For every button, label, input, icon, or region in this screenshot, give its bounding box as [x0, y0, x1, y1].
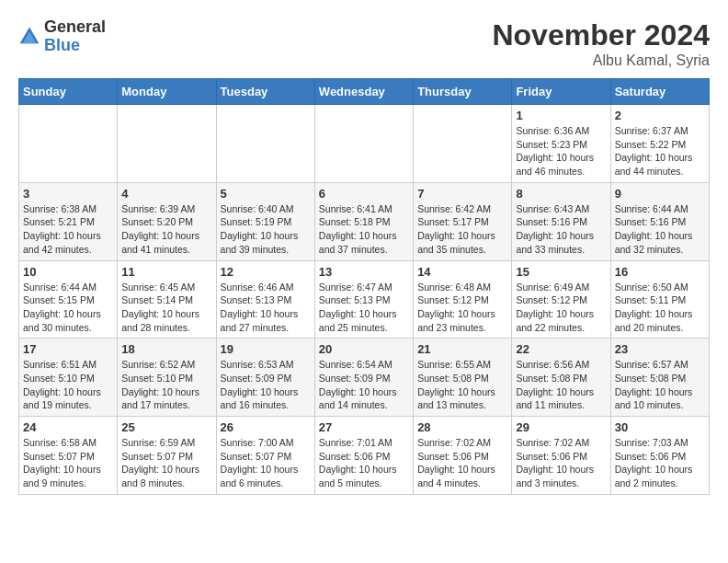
day-number: 6: [319, 187, 409, 201]
day-info: Sunrise: 6:47 AMSunset: 5:13 PMDaylight:…: [319, 281, 409, 335]
day-info: Sunrise: 6:52 AMSunset: 5:10 PMDaylight:…: [121, 358, 211, 412]
header-wednesday: Wednesday: [314, 79, 413, 105]
day-cell-3-6: 23Sunrise: 6:57 AMSunset: 5:08 PMDayligh…: [610, 339, 709, 417]
day-cell-3-2: 19Sunrise: 6:53 AMSunset: 5:09 PMDayligh…: [216, 339, 314, 417]
day-cell-2-6: 16Sunrise: 6:50 AMSunset: 5:11 PMDayligh…: [610, 260, 709, 339]
header: General Blue November 2024 Albu Kamal, S…: [18, 18, 710, 69]
day-cell-2-0: 10Sunrise: 6:44 AMSunset: 5:15 PMDayligh…: [19, 260, 118, 339]
day-number: 21: [417, 342, 507, 356]
day-cell-4-3: 27Sunrise: 7:01 AMSunset: 5:06 PMDayligh…: [314, 417, 413, 495]
day-info: Sunrise: 6:49 AMSunset: 5:12 PMDaylight:…: [516, 281, 606, 335]
day-info: Sunrise: 7:03 AMSunset: 5:06 PMDaylight:…: [615, 436, 705, 490]
day-cell-2-4: 14Sunrise: 6:48 AMSunset: 5:12 PMDayligh…: [414, 260, 512, 339]
header-monday: Monday: [118, 79, 216, 105]
day-number: 16: [615, 265, 705, 279]
logo-general-text: General: [44, 18, 106, 37]
day-number: 11: [121, 265, 211, 279]
day-info: Sunrise: 6:37 AMSunset: 5:22 PMDaylight:…: [615, 124, 705, 178]
month-title: November 2024: [492, 18, 710, 52]
calendar-table: SundayMondayTuesdayWednesdayThursdayFrid…: [18, 78, 710, 495]
day-number: 2: [615, 109, 705, 122]
day-number: 5: [221, 187, 311, 201]
day-cell-3-4: 21Sunrise: 6:55 AMSunset: 5:08 PMDayligh…: [414, 339, 512, 417]
day-number: 27: [319, 420, 409, 434]
week-row-4: 17Sunrise: 6:51 AMSunset: 5:10 PMDayligh…: [19, 339, 710, 417]
day-cell-3-3: 20Sunrise: 6:54 AMSunset: 5:09 PMDayligh…: [314, 339, 413, 417]
day-cell-0-0: [19, 105, 118, 183]
day-info: Sunrise: 6:53 AMSunset: 5:09 PMDaylight:…: [221, 358, 311, 412]
day-cell-2-3: 13Sunrise: 6:47 AMSunset: 5:13 PMDayligh…: [314, 260, 413, 339]
day-cell-3-0: 17Sunrise: 6:51 AMSunset: 5:10 PMDayligh…: [19, 339, 118, 417]
day-info: Sunrise: 6:51 AMSunset: 5:10 PMDaylight:…: [23, 358, 113, 412]
day-cell-4-5: 29Sunrise: 7:02 AMSunset: 5:06 PMDayligh…: [512, 417, 610, 495]
day-number: 13: [319, 265, 409, 279]
day-info: Sunrise: 6:46 AMSunset: 5:13 PMDaylight:…: [221, 281, 311, 335]
day-cell-1-4: 7Sunrise: 6:42 AMSunset: 5:17 PMDaylight…: [414, 182, 512, 260]
day-number: 15: [516, 265, 606, 279]
day-number: 7: [417, 187, 507, 201]
day-number: 12: [221, 265, 311, 279]
day-cell-1-5: 8Sunrise: 6:43 AMSunset: 5:16 PMDaylight…: [512, 182, 610, 260]
day-number: 26: [221, 420, 311, 434]
day-info: Sunrise: 7:02 AMSunset: 5:06 PMDaylight:…: [417, 436, 507, 490]
day-number: 23: [615, 342, 705, 356]
day-number: 28: [417, 420, 507, 434]
day-cell-1-2: 5Sunrise: 6:40 AMSunset: 5:19 PMDaylight…: [216, 182, 314, 260]
day-info: Sunrise: 6:36 AMSunset: 5:23 PMDaylight:…: [516, 124, 606, 178]
day-number: 29: [516, 420, 606, 434]
calendar-body: 1Sunrise: 6:36 AMSunset: 5:23 PMDaylight…: [19, 105, 710, 495]
day-number: 30: [615, 420, 705, 434]
title-area: November 2024 Albu Kamal, Syria: [492, 18, 710, 69]
day-cell-1-3: 6Sunrise: 6:41 AMSunset: 5:18 PMDaylight…: [314, 182, 413, 260]
day-cell-4-6: 30Sunrise: 7:03 AMSunset: 5:06 PMDayligh…: [610, 417, 709, 495]
day-info: Sunrise: 6:58 AMSunset: 5:07 PMDaylight:…: [23, 436, 113, 490]
day-cell-0-6: 2Sunrise: 6:37 AMSunset: 5:22 PMDaylight…: [610, 105, 709, 183]
day-info: Sunrise: 6:56 AMSunset: 5:08 PMDaylight:…: [516, 358, 606, 412]
logo-text: General Blue: [44, 18, 106, 55]
day-cell-2-2: 12Sunrise: 6:46 AMSunset: 5:13 PMDayligh…: [216, 260, 314, 339]
day-info: Sunrise: 6:59 AMSunset: 5:07 PMDaylight:…: [121, 436, 211, 490]
header-thursday: Thursday: [414, 79, 512, 105]
logo-icon: [18, 26, 40, 48]
day-number: 20: [319, 342, 409, 356]
location: Albu Kamal, Syria: [492, 52, 710, 69]
calendar-header: SundayMondayTuesdayWednesdayThursdayFrid…: [19, 79, 710, 105]
header-friday: Friday: [512, 79, 610, 105]
day-number: 25: [121, 420, 211, 434]
day-info: Sunrise: 6:43 AMSunset: 5:16 PMDaylight:…: [516, 202, 606, 257]
header-saturday: Saturday: [610, 79, 709, 105]
day-info: Sunrise: 7:01 AMSunset: 5:06 PMDaylight:…: [319, 436, 409, 490]
day-cell-4-0: 24Sunrise: 6:58 AMSunset: 5:07 PMDayligh…: [19, 417, 118, 495]
day-info: Sunrise: 6:44 AMSunset: 5:16 PMDaylight:…: [615, 202, 705, 257]
day-cell-2-5: 15Sunrise: 6:49 AMSunset: 5:12 PMDayligh…: [512, 260, 610, 339]
day-number: 22: [516, 342, 606, 356]
day-cell-4-4: 28Sunrise: 7:02 AMSunset: 5:06 PMDayligh…: [414, 417, 512, 495]
day-number: 9: [615, 187, 705, 201]
day-info: Sunrise: 6:57 AMSunset: 5:08 PMDaylight:…: [615, 358, 705, 412]
day-number: 24: [23, 420, 113, 434]
day-number: 18: [121, 342, 211, 356]
day-cell-1-1: 4Sunrise: 6:39 AMSunset: 5:20 PMDaylight…: [118, 182, 216, 260]
day-info: Sunrise: 6:55 AMSunset: 5:08 PMDaylight:…: [417, 358, 507, 412]
day-cell-3-5: 22Sunrise: 6:56 AMSunset: 5:08 PMDayligh…: [512, 339, 610, 417]
day-info: Sunrise: 6:39 AMSunset: 5:20 PMDaylight:…: [121, 202, 211, 257]
day-number: 4: [121, 187, 211, 201]
day-cell-4-1: 25Sunrise: 6:59 AMSunset: 5:07 PMDayligh…: [118, 417, 216, 495]
day-cell-4-2: 26Sunrise: 7:00 AMSunset: 5:07 PMDayligh…: [216, 417, 314, 495]
day-number: 1: [516, 109, 606, 122]
week-row-5: 24Sunrise: 6:58 AMSunset: 5:07 PMDayligh…: [19, 417, 710, 495]
day-info: Sunrise: 6:50 AMSunset: 5:11 PMDaylight:…: [615, 281, 705, 335]
day-info: Sunrise: 6:40 AMSunset: 5:19 PMDaylight:…: [221, 202, 311, 257]
day-cell-0-1: [118, 105, 216, 183]
header-row: SundayMondayTuesdayWednesdayThursdayFrid…: [19, 79, 710, 105]
day-cell-0-4: [414, 105, 512, 183]
day-cell-0-3: [314, 105, 413, 183]
week-row-2: 3Sunrise: 6:38 AMSunset: 5:21 PMDaylight…: [19, 182, 710, 260]
header-sunday: Sunday: [19, 79, 118, 105]
day-number: 17: [23, 342, 113, 356]
day-number: 8: [516, 187, 606, 201]
day-number: 10: [23, 265, 113, 279]
day-info: Sunrise: 6:54 AMSunset: 5:09 PMDaylight:…: [319, 358, 409, 412]
week-row-3: 10Sunrise: 6:44 AMSunset: 5:15 PMDayligh…: [19, 260, 710, 339]
logo: General Blue: [18, 18, 106, 55]
